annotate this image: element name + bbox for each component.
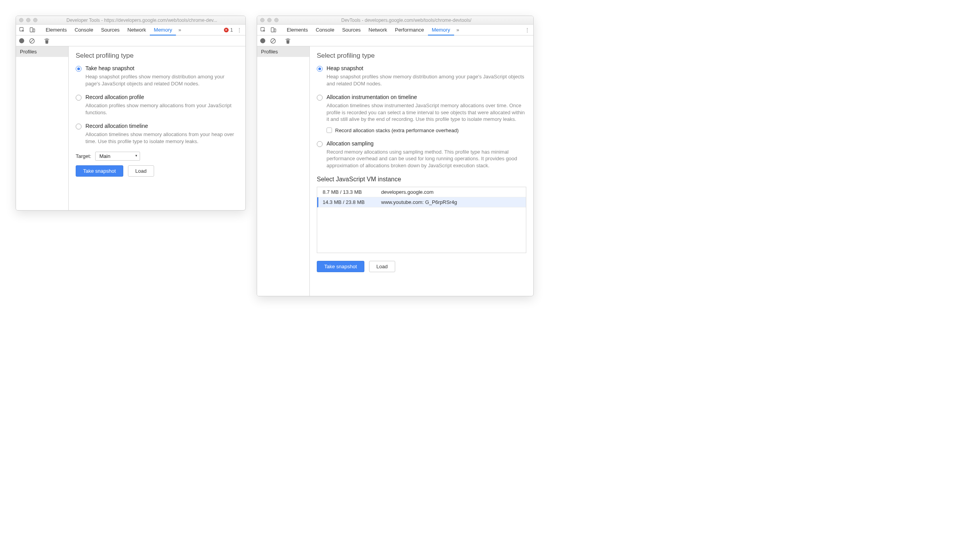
error-badge[interactable]: ✕ 1 <box>224 27 233 33</box>
option-desc: Record memory allocations using sampling… <box>327 149 526 169</box>
window-title: Developer Tools - https://developers.goo… <box>41 18 242 23</box>
radio-icon[interactable] <box>317 66 323 72</box>
option-desc: Heap snapshot profiles show memory distr… <box>327 73 526 87</box>
clear-icon[interactable] <box>269 37 277 45</box>
window-controls <box>19 18 37 22</box>
radio-icon[interactable] <box>76 66 82 72</box>
tab-sources[interactable]: Sources <box>338 25 365 35</box>
minimize-dot[interactable] <box>26 18 30 22</box>
memory-toolbar <box>16 35 245 46</box>
tab-memory[interactable]: Memory <box>150 25 176 35</box>
tab-memory[interactable]: Memory <box>428 25 454 35</box>
devtools-window-right: DevTools - developers.google.com/web/too… <box>257 16 534 296</box>
trash-icon[interactable] <box>43 37 51 45</box>
svg-line-4 <box>30 39 34 43</box>
record-icon[interactable] <box>260 38 265 43</box>
memory-toolbar <box>257 35 533 46</box>
window-controls <box>260 18 279 22</box>
vm-size: 8.7 MB / 13.3 MB <box>323 189 381 195</box>
option-desc: Heap snapshot profiles show memory distr… <box>85 73 238 87</box>
radio-icon[interactable] <box>76 95 82 101</box>
window-title: DevTools - developers.google.com/web/too… <box>282 18 530 23</box>
option-heap-snapshot[interactable]: Take heap snapshot Heap snapshot profile… <box>76 65 238 87</box>
svg-rect-2 <box>33 29 35 32</box>
vm-heading: Select JavaScript VM instance <box>317 176 526 183</box>
trash-icon[interactable] <box>284 37 292 45</box>
svg-rect-7 <box>274 29 276 32</box>
sidebar: Profiles <box>257 46 310 296</box>
load-button[interactable]: Load <box>369 261 395 272</box>
record-icon[interactable] <box>19 38 24 43</box>
tab-elements[interactable]: Elements <box>42 25 71 35</box>
tab-network[interactable]: Network <box>365 25 391 35</box>
option-allocation-profile[interactable]: Record allocation profile Allocation pro… <box>76 94 238 116</box>
settings-menu-icon[interactable]: ⋮ <box>235 27 243 33</box>
take-snapshot-button[interactable]: Take snapshot <box>76 165 123 177</box>
checkbox-label: Record allocation stacks (extra performa… <box>335 128 458 133</box>
option-title: Take heap snapshot <box>85 65 134 71</box>
tab-list: Elements Console Sources Network Memory … <box>42 25 222 35</box>
tab-network[interactable]: Network <box>124 25 150 35</box>
vm-size: 14.3 MB / 23.8 MB <box>323 199 381 205</box>
target-row: Target: Main <box>76 152 238 161</box>
target-select[interactable]: Main <box>95 152 140 161</box>
more-tabs-icon[interactable]: » <box>454 26 462 34</box>
target-label: Target: <box>76 153 91 159</box>
radio-icon[interactable] <box>317 141 323 147</box>
take-snapshot-button[interactable]: Take snapshot <box>317 261 364 272</box>
option-desc: Allocation profiles show memory allocati… <box>85 102 238 116</box>
clear-icon[interactable] <box>28 37 36 45</box>
more-tabs-icon[interactable]: » <box>176 26 183 34</box>
titlebar: Developer Tools - https://developers.goo… <box>16 16 245 25</box>
vm-name: developers.google.com <box>381 189 433 195</box>
radio-icon[interactable] <box>76 124 82 129</box>
settings-menu-icon[interactable]: ⋮ <box>523 27 531 33</box>
record-stacks-checkbox[interactable]: Record allocation stacks (extra performa… <box>327 128 526 133</box>
device-icon[interactable] <box>28 26 36 34</box>
radio-icon[interactable] <box>317 95 323 101</box>
load-button[interactable]: Load <box>128 165 154 177</box>
panel-tabs: Elements Console Sources Network Memory … <box>16 25 245 35</box>
option-title: Heap snapshot <box>327 65 363 71</box>
option-heap-snapshot[interactable]: Heap snapshot Heap snapshot profiles sho… <box>317 65 526 87</box>
section-heading: Select profiling type <box>317 52 526 60</box>
device-icon[interactable] <box>270 26 277 34</box>
devtools-window-left: Developer Tools - https://developers.goo… <box>16 16 246 211</box>
zoom-dot[interactable] <box>33 18 37 22</box>
tab-list: Elements Console Sources Network Perform… <box>283 25 521 35</box>
sidebar-item-profiles[interactable]: Profiles <box>16 46 68 57</box>
inspect-icon[interactable] <box>259 26 267 34</box>
panel-tabs: Elements Console Sources Network Perform… <box>257 25 533 35</box>
option-allocation-sampling[interactable]: Allocation sampling Record memory alloca… <box>317 140 526 169</box>
option-title: Allocation instrumentation on timeline <box>327 94 417 100</box>
option-allocation-timeline[interactable]: Allocation instrumentation on timeline A… <box>317 94 526 133</box>
svg-line-9 <box>272 39 275 43</box>
option-title: Allocation sampling <box>327 140 374 147</box>
tab-console[interactable]: Console <box>71 25 97 35</box>
sidebar: Profiles <box>16 46 69 210</box>
tab-elements[interactable]: Elements <box>283 25 312 35</box>
inspect-icon[interactable] <box>18 26 26 34</box>
vm-instance-list: 8.7 MB / 13.3 MB developers.google.com 1… <box>317 187 526 253</box>
tab-performance[interactable]: Performance <box>391 25 428 35</box>
svg-rect-1 <box>30 28 33 32</box>
svg-rect-6 <box>271 28 274 32</box>
close-dot[interactable] <box>19 18 23 22</box>
vm-row[interactable]: 8.7 MB / 13.3 MB developers.google.com <box>317 187 526 197</box>
zoom-dot[interactable] <box>274 18 279 22</box>
section-heading: Select profiling type <box>76 52 238 60</box>
main-panel: Select profiling type Heap snapshot Heap… <box>310 46 533 296</box>
option-desc: Allocation timelines show memory allocat… <box>85 131 238 145</box>
vm-row[interactable]: 14.3 MB / 23.8 MB www.youtube.com: G_P6r… <box>317 197 526 207</box>
option-desc: Allocation timelines show instrumented J… <box>327 102 526 123</box>
tab-console[interactable]: Console <box>312 25 338 35</box>
minimize-dot[interactable] <box>267 18 272 22</box>
option-allocation-timeline[interactable]: Record allocation timeline Allocation ti… <box>76 123 238 145</box>
error-icon: ✕ <box>224 28 229 32</box>
sidebar-item-profiles[interactable]: Profiles <box>257 46 309 57</box>
option-title: Record allocation timeline <box>85 123 148 129</box>
close-dot[interactable] <box>260 18 265 22</box>
tab-sources[interactable]: Sources <box>97 25 124 35</box>
error-count: 1 <box>230 27 233 33</box>
checkbox-icon[interactable] <box>327 128 332 133</box>
